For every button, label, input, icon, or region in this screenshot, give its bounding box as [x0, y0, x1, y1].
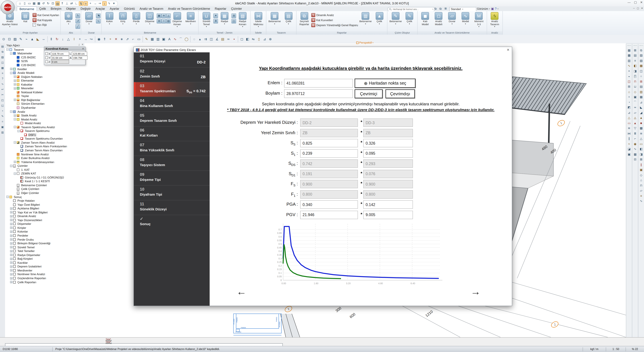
dialog-title-bar[interactable]: 2018 TDY Göre Parametre Giriş Ekranı ✕: [134, 47, 512, 52]
quick-access-icon[interactable]: ▩: [36, 1, 41, 6]
expand-icon[interactable]: +: [10, 238, 12, 241]
tree-item-yapı-özet-bilgileri[interactable]: Yapı Özet Bilgileri: [5, 203, 84, 207]
toolbar-icon[interactable]: ◯: [184, 37, 189, 42]
expand-icon[interactable]: +: [10, 281, 12, 283]
collapse-icon[interactable]: −: [10, 72, 12, 74]
wizard-step-bina-kullanım-sınıfı[interactable]: 04Bina Kullanım Sınıfı: [134, 97, 210, 111]
toolbar-icon[interactable]: ↪: [88, 37, 94, 42]
tree-item-yapı-kat-ve-yük-bilgileri[interactable]: +Yapı Kat ve Yük Bilgileri: [5, 210, 84, 214]
param-input-pga-dd2[interactable]: [300, 200, 358, 209]
collapse-icon[interactable]: −: [18, 130, 20, 132]
tree-item-zemi-n-kat[interactable]: −ZEMİN KAT: [5, 172, 84, 175]
tool-icon[interactable]: ▩: [639, 126, 644, 131]
tool-icon[interactable]: ▭: [627, 121, 632, 125]
tool-icon[interactable]: ⧉: [0, 50, 5, 54]
toolbar-icon[interactable]: ▣: [161, 37, 166, 42]
toolbar-icon[interactable]: △: [66, 37, 71, 42]
help-icon[interactable]: ?: [495, 7, 496, 11]
param-input-s1-dd2[interactable]: [300, 149, 358, 158]
ribbon-item-goruntule-duvar[interactable]: ▱Duvar▼: [446, 12, 458, 25]
tree-item-zaman-tanım-alanı-durumları[interactable]: Zaman Tanım Alanı Durumları: [5, 148, 84, 152]
tool-icon[interactable]: ⊞: [627, 84, 632, 89]
expand-icon[interactable]: +: [10, 215, 12, 217]
param-input-ss-dd2[interactable]: [300, 139, 358, 147]
ribbon-item-doseme[interactable]: ◫Döşeme▼: [144, 12, 156, 25]
ribbon-item-radye-kenari[interactable]: ▧RadyeKenarı▼: [236, 12, 249, 28]
close-icon[interactable]: ✕: [82, 47, 84, 50]
tool-icon[interactable]: ◫: [0, 60, 5, 65]
tree-item-kesitler[interactable]: +Kesitler: [5, 67, 84, 71]
collapse-icon[interactable]: −: [6, 196, 9, 198]
tool-icon[interactable]: ◩: [627, 105, 632, 110]
tree-item-görünüş-g1-g1-görünüşü[interactable]: Görünüş G1 / G1 GÖRÜNÜŞÜ: [5, 175, 84, 179]
toolbar-icon[interactable]: ◉: [96, 37, 102, 42]
tool-icon[interactable]: ≈: [627, 141, 632, 146]
tool-icon[interactable]: ◔: [627, 100, 632, 105]
tool-icon[interactable]: ▩: [627, 53, 632, 58]
tool-icon[interactable]: ▦: [639, 95, 644, 99]
toolbar-icon[interactable]: ✎: [144, 37, 149, 42]
tool-icon[interactable]: ▤: [639, 84, 644, 89]
toolbar-icon[interactable]: ⌐: [130, 37, 136, 42]
tree-item-kolonlar[interactable]: +Kolonlar: [5, 230, 84, 234]
tree-item-proje-hataları[interactable]: Proje Hataları: [5, 199, 84, 203]
collapse-icon[interactable]: −: [14, 141, 16, 144]
wizard-step-kat-kotları[interactable]: 06Kat Kotları: [134, 126, 210, 141]
tool-icon[interactable]: ▨: [0, 55, 5, 59]
tool-icon[interactable]: ↺: [76, 19, 80, 24]
tool-icon[interactable]: ∿: [627, 64, 632, 68]
ribbon-item-kiris[interactable]: ⊓Kiriş▼: [116, 12, 129, 25]
tool-icon[interactable]: ◓: [627, 69, 632, 73]
toolbar-icon[interactable]: ⇕: [49, 37, 54, 42]
cevrimici-button[interactable]: Çevrimiçi: [354, 89, 383, 98]
collapse-icon[interactable]: −: [10, 52, 12, 55]
close-icon[interactable]: ✕: [82, 43, 84, 46]
quick-access-icon[interactable]: ▾: [112, 1, 116, 6]
tree-item-bağ-kirişleri[interactable]: +Bağ Kirişleri: [5, 257, 84, 261]
collapse-icon[interactable]: −: [10, 165, 12, 167]
toolbar-icon[interactable]: ▪: [232, 37, 237, 42]
expand-icon[interactable]: +: [10, 277, 12, 279]
expand-icon[interactable]: +: [10, 234, 12, 237]
collapse-icon[interactable]: −: [6, 49, 9, 51]
toolbar-icon[interactable]: ⊡: [7, 37, 12, 42]
wizard-step-zemin-sınıfı[interactable]: 02Zemin SınıfıZB: [134, 67, 210, 82]
tool-icon[interactable]: ⊓: [639, 183, 644, 188]
tool-icon[interactable]: ⊞: [157, 19, 162, 24]
ribbon-item-radye[interactable]: ▦Radye▼: [218, 12, 231, 25]
doc-close-button[interactable]: ✕: [641, 7, 643, 10]
tree-item-merdivenler[interactable]: +Merdivenler: [5, 268, 84, 272]
tab-ayarlar[interactable]: Ayarlar: [107, 6, 122, 11]
tool-icon[interactable]: ▤: [0, 44, 5, 49]
toolbar-icon[interactable]: Ⅰ: [72, 37, 77, 42]
quick-access-icon[interactable]: →: [93, 1, 97, 6]
toolbar-icon[interactable]: ▤: [220, 37, 226, 42]
toolbar-icon[interactable]: ⇗: [125, 37, 130, 42]
expand-icon[interactable]: +: [10, 242, 12, 244]
tool-icon[interactable]: ▦: [0, 66, 5, 70]
close-button[interactable]: ✕: [640, 1, 643, 4]
checkbox-checked-icon[interactable]: ✓: [32, 23, 36, 27]
tree-item-modal-analiz[interactable]: Modal Analiz: [5, 121, 84, 125]
ribbon-item-dinamik-analiz[interactable]: ↯Dinamik Analiz: [311, 13, 358, 17]
tab-analiz-ve-tasarım[interactable]: Analiz ve Tasarım: [137, 6, 166, 11]
ribbon-item-cizim-betonarme[interactable]: ✎Betonarme▼: [389, 12, 402, 25]
status-zoom[interactable]: % 22: [626, 347, 644, 351]
idecad-logo-icon[interactable]: ideCAD: [1, 0, 15, 15]
tool-icon[interactable]: ⧉: [639, 48, 644, 53]
ribbon-item-kolon[interactable]: ⅠKolon▼: [103, 12, 116, 25]
view-name-label[interactable]: Perspektif ▾: [356, 41, 374, 44]
tree-item-kazıklar[interactable]: +Kazıklar: [5, 261, 84, 265]
tree-item-diğer-çizimler[interactable]: Diğer Çizimler: [5, 191, 84, 195]
tree-item-euler-burkulma-analizi[interactable]: Euler Burkulma Analizi: [5, 156, 84, 160]
tree-item-tasarım-spektrumu-durumları[interactable]: Tasarım Spektrumu Durumları: [5, 137, 84, 141]
tree-item-perde-grubu[interactable]: +Perde Grubu: [5, 238, 84, 241]
tree-item-yaylar[interactable]: Yaylar: [5, 94, 84, 98]
tab-objeler[interactable]: Objeler: [64, 6, 78, 11]
wizard-step-deprem-düzeyi[interactable]: 01Deprem DüzeyiDD-2: [134, 52, 210, 67]
tool-icon[interactable]: ◇: [639, 173, 644, 177]
tab-araçlar[interactable]: Araçlar: [93, 6, 107, 11]
chevron-down-icon[interactable]: ▾: [432, 8, 433, 10]
ribbon-item-tasarim-celik[interactable]: ▤Çelik▼: [282, 12, 295, 25]
expand-icon[interactable]: +: [10, 265, 12, 268]
